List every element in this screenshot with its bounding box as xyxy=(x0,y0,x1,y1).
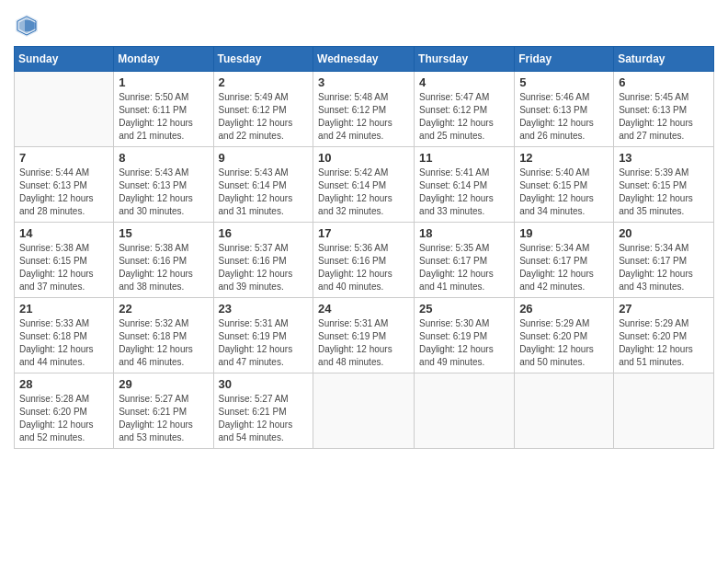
day-number: 18 xyxy=(419,226,509,240)
cell-info: Sunrise: 5:41 AMSunset: 6:14 PMDaylight:… xyxy=(419,167,509,218)
cell-info: Sunrise: 5:45 AMSunset: 6:13 PMDaylight:… xyxy=(619,91,709,143)
day-number: 19 xyxy=(519,226,609,240)
calendar-cell: 9Sunrise: 5:43 AMSunset: 6:14 PMDaylight… xyxy=(213,147,313,223)
sunset-text: Sunset: 6:21 PM xyxy=(219,406,309,419)
calendar-cell: 15Sunrise: 5:38 AMSunset: 6:16 PMDayligh… xyxy=(114,223,213,298)
day-number: 27 xyxy=(619,302,709,316)
sunrise-text: Sunrise: 5:28 AM xyxy=(19,393,108,406)
sunset-text: Sunset: 6:14 PM xyxy=(419,179,509,192)
day-number: 5 xyxy=(519,75,609,89)
cell-info: Sunrise: 5:33 AMSunset: 6:18 PMDaylight:… xyxy=(19,317,108,369)
sunset-text: Sunset: 6:16 PM xyxy=(119,255,208,268)
day-number: 25 xyxy=(419,302,509,316)
calendar-cell: 30Sunrise: 5:27 AMSunset: 6:21 PMDayligh… xyxy=(213,373,313,449)
sunset-text: Sunset: 6:20 PM xyxy=(519,330,609,343)
sunset-text: Sunset: 6:17 PM xyxy=(519,255,609,268)
cell-info: Sunrise: 5:43 AMSunset: 6:14 PMDaylight:… xyxy=(219,167,309,218)
calendar-cell: 23Sunrise: 5:31 AMSunset: 6:19 PMDayligh… xyxy=(213,298,313,373)
calendar-cell xyxy=(15,72,114,147)
sunset-text: Sunset: 6:14 PM xyxy=(219,179,309,192)
day-number: 14 xyxy=(19,226,108,240)
sunset-text: Sunset: 6:15 PM xyxy=(619,179,709,192)
daylight-text: Daylight: 12 hours and 49 minutes. xyxy=(419,343,509,369)
calendar-cell: 1Sunrise: 5:50 AMSunset: 6:11 PMDaylight… xyxy=(114,72,213,147)
sunset-text: Sunset: 6:13 PM xyxy=(619,104,709,117)
cell-info: Sunrise: 5:37 AMSunset: 6:16 PMDaylight:… xyxy=(219,242,309,293)
day-number: 6 xyxy=(619,75,709,89)
cell-info: Sunrise: 5:28 AMSunset: 6:20 PMDaylight:… xyxy=(19,393,108,444)
daylight-text: Daylight: 12 hours and 34 minutes. xyxy=(519,192,609,218)
calendar-cell: 19Sunrise: 5:34 AMSunset: 6:17 PMDayligh… xyxy=(515,223,614,298)
cell-info: Sunrise: 5:44 AMSunset: 6:13 PMDaylight:… xyxy=(19,167,108,218)
calendar-cell: 10Sunrise: 5:42 AMSunset: 6:14 PMDayligh… xyxy=(313,147,415,223)
sunrise-text: Sunrise: 5:29 AM xyxy=(619,317,709,330)
daylight-text: Daylight: 12 hours and 32 minutes. xyxy=(318,192,409,218)
sunrise-text: Sunrise: 5:27 AM xyxy=(119,393,208,406)
daylight-text: Daylight: 12 hours and 24 minutes. xyxy=(318,117,409,143)
header xyxy=(14,9,714,39)
sunset-text: Sunset: 6:12 PM xyxy=(318,104,409,117)
sunset-text: Sunset: 6:18 PM xyxy=(119,330,208,343)
cell-info: Sunrise: 5:29 AMSunset: 6:20 PMDaylight:… xyxy=(619,317,709,369)
cell-info: Sunrise: 5:35 AMSunset: 6:17 PMDaylight:… xyxy=(419,242,509,293)
day-number: 8 xyxy=(119,151,208,165)
daylight-text: Daylight: 12 hours and 27 minutes. xyxy=(619,117,709,143)
sunset-text: Sunset: 6:20 PM xyxy=(619,330,709,343)
calendar-cell: 17Sunrise: 5:36 AMSunset: 6:16 PMDayligh… xyxy=(313,223,415,298)
daylight-text: Daylight: 12 hours and 50 minutes. xyxy=(519,343,609,369)
cell-info: Sunrise: 5:27 AMSunset: 6:21 PMDaylight:… xyxy=(219,393,309,444)
sunrise-text: Sunrise: 5:35 AM xyxy=(419,242,509,255)
calendar-cell: 6Sunrise: 5:45 AMSunset: 6:13 PMDaylight… xyxy=(614,72,714,147)
calendar-cell: 28Sunrise: 5:28 AMSunset: 6:20 PMDayligh… xyxy=(15,373,114,449)
header-thursday: Thursday xyxy=(415,47,515,72)
day-number: 9 xyxy=(219,151,309,165)
day-number: 13 xyxy=(619,151,709,165)
cell-info: Sunrise: 5:36 AMSunset: 6:16 PMDaylight:… xyxy=(318,242,409,293)
sunrise-text: Sunrise: 5:37 AM xyxy=(219,242,309,255)
calendar-cell: 16Sunrise: 5:37 AMSunset: 6:16 PMDayligh… xyxy=(213,223,313,298)
logo-icon xyxy=(14,13,40,39)
calendar-cell xyxy=(515,373,614,449)
cell-info: Sunrise: 5:38 AMSunset: 6:16 PMDaylight:… xyxy=(119,242,208,293)
calendar-cell xyxy=(614,373,714,449)
calendar-week-3: 14Sunrise: 5:38 AMSunset: 6:15 PMDayligh… xyxy=(15,223,714,298)
sunrise-text: Sunrise: 5:31 AM xyxy=(318,317,409,330)
cell-info: Sunrise: 5:40 AMSunset: 6:15 PMDaylight:… xyxy=(519,167,609,218)
daylight-text: Daylight: 12 hours and 47 minutes. xyxy=(219,343,309,369)
sunrise-text: Sunrise: 5:29 AM xyxy=(519,317,609,330)
calendar-week-5: 28Sunrise: 5:28 AMSunset: 6:20 PMDayligh… xyxy=(15,373,714,449)
day-number: 24 xyxy=(318,302,409,316)
calendar-cell: 27Sunrise: 5:29 AMSunset: 6:20 PMDayligh… xyxy=(614,298,714,373)
day-number: 1 xyxy=(119,75,208,89)
calendar-week-4: 21Sunrise: 5:33 AMSunset: 6:18 PMDayligh… xyxy=(15,298,714,373)
sunrise-text: Sunrise: 5:31 AM xyxy=(219,317,309,330)
daylight-text: Daylight: 12 hours and 39 minutes. xyxy=(219,268,309,293)
sunset-text: Sunset: 6:17 PM xyxy=(419,255,509,268)
sunrise-text: Sunrise: 5:46 AM xyxy=(519,91,609,104)
day-number: 26 xyxy=(519,302,609,316)
daylight-text: Daylight: 12 hours and 42 minutes. xyxy=(519,268,609,293)
daylight-text: Daylight: 12 hours and 53 minutes. xyxy=(119,419,208,444)
cell-info: Sunrise: 5:38 AMSunset: 6:15 PMDaylight:… xyxy=(19,242,108,293)
calendar-header-row: SundayMondayTuesdayWednesdayThursdayFrid… xyxy=(15,47,714,72)
sunrise-text: Sunrise: 5:49 AM xyxy=(219,91,309,104)
daylight-text: Daylight: 12 hours and 30 minutes. xyxy=(119,192,208,218)
cell-info: Sunrise: 5:31 AMSunset: 6:19 PMDaylight:… xyxy=(318,317,409,369)
day-number: 30 xyxy=(219,377,309,391)
sunrise-text: Sunrise: 5:44 AM xyxy=(19,167,108,179)
calendar-cell: 25Sunrise: 5:30 AMSunset: 6:19 PMDayligh… xyxy=(415,298,515,373)
sunrise-text: Sunrise: 5:50 AM xyxy=(119,91,208,104)
cell-info: Sunrise: 5:42 AMSunset: 6:14 PMDaylight:… xyxy=(318,167,409,218)
sunrise-text: Sunrise: 5:27 AM xyxy=(219,393,309,406)
day-number: 16 xyxy=(219,226,309,240)
day-number: 17 xyxy=(318,226,409,240)
sunrise-text: Sunrise: 5:43 AM xyxy=(219,167,309,179)
daylight-text: Daylight: 12 hours and 37 minutes. xyxy=(19,268,108,293)
calendar-cell: 14Sunrise: 5:38 AMSunset: 6:15 PMDayligh… xyxy=(15,223,114,298)
header-saturday: Saturday xyxy=(614,47,714,72)
calendar-week-2: 7Sunrise: 5:44 AMSunset: 6:13 PMDaylight… xyxy=(15,147,714,223)
daylight-text: Daylight: 12 hours and 33 minutes. xyxy=(419,192,509,218)
day-number: 10 xyxy=(318,151,409,165)
sunrise-text: Sunrise: 5:33 AM xyxy=(19,317,108,330)
cell-info: Sunrise: 5:48 AMSunset: 6:12 PMDaylight:… xyxy=(318,91,409,143)
